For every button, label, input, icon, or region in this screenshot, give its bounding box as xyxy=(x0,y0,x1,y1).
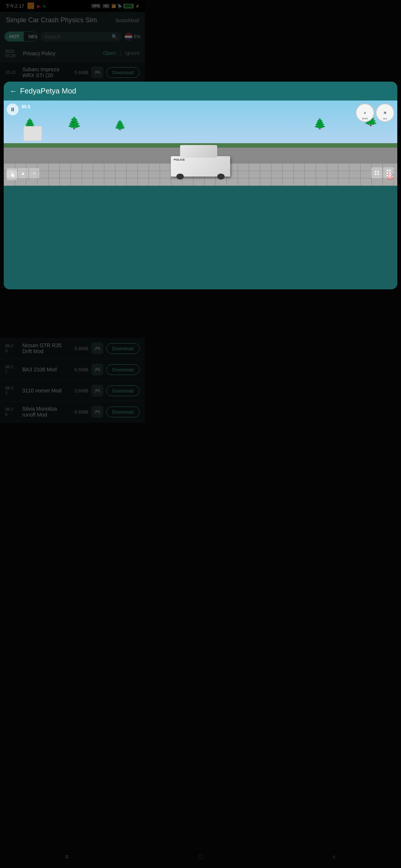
modal-container: ← FedyaPetya Mod 🌲 🌲 🌲 🌲 🌲 xyxy=(4,82,145,289)
speed-display: 95.5 xyxy=(22,104,30,109)
modal-title: FedyaPetya Mod xyxy=(20,87,76,95)
pause-button[interactable]: ⏸ xyxy=(7,103,19,115)
modal-content-area xyxy=(4,186,145,289)
right-control[interactable]: » xyxy=(29,168,39,178)
modal-header: ← FedyaPetya Mod xyxy=(4,82,145,101)
modal-overlay: ← FedyaPetya Mod 🌲 🌲 🌲 🌲 🌲 xyxy=(0,0,145,445)
brake-control[interactable]: ◀ xyxy=(7,170,17,180)
modal-image-area: 🌲 🌲 🌲 🌲 🌲 POLICE xyxy=(4,101,145,186)
modal-back-button[interactable]: ← xyxy=(10,87,17,95)
up-control[interactable]: ▲ xyxy=(18,168,28,178)
game-screenshot: 🌲 🌲 🌲 🌲 🌲 POLICE xyxy=(4,101,145,186)
